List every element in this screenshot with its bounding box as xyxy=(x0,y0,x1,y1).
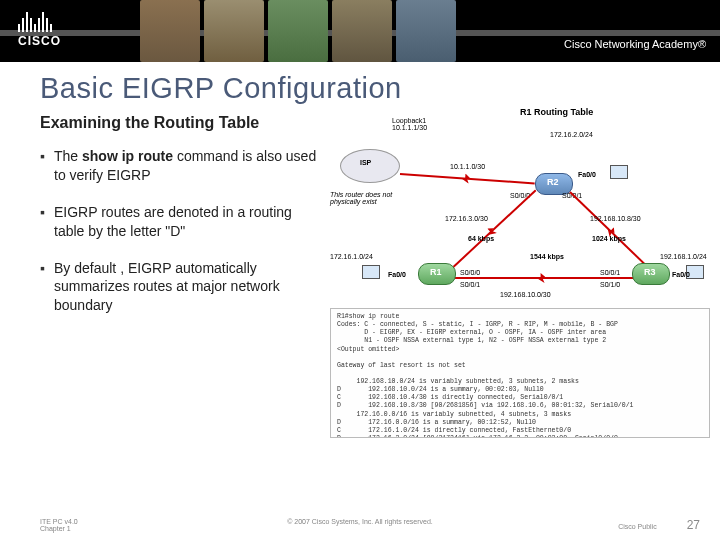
iface-label: S0/0/1 xyxy=(460,281,480,288)
footer-left: ITE PC v4.0 Chapter 1 xyxy=(40,518,78,532)
net-label: 172.16.2.0/24 xyxy=(550,131,593,138)
iface-label: Fa0/0 xyxy=(578,171,596,178)
iface-label: S0/0/0 xyxy=(460,269,480,276)
slide-subtitle: Examining the Routing Table xyxy=(40,113,320,133)
cli-routes: 192.168.10.0/24 is variably subnetted, 3… xyxy=(337,378,633,438)
cli-prompt: R1#show ip route xyxy=(337,313,399,320)
bullet-item: ▪ EIGRP routes are denoted in a routing … xyxy=(40,203,320,241)
bullet-mark-icon: ▪ xyxy=(40,259,54,316)
isp-note: This router does not physically exist xyxy=(330,191,392,205)
cloud-icon xyxy=(340,149,400,183)
net-label: 172.16.3.0/30 xyxy=(445,215,488,222)
pc-icon xyxy=(610,165,628,179)
net-label: 172.16.1.0/24 xyxy=(330,253,373,260)
r1-label: R1 xyxy=(430,267,442,277)
slide-header: CISCO Cisco Networking Academy® xyxy=(0,0,720,62)
slide-title: Basic EIGRP Configuration xyxy=(0,62,720,105)
cisco-logo-text: CISCO xyxy=(18,34,61,48)
bullet-mark-icon: ▪ xyxy=(40,203,54,241)
iface-label: Fa0/0 xyxy=(672,271,690,278)
net-label: 192.168.1.0/24 xyxy=(660,253,707,260)
academy-label: Cisco Networking Academy® xyxy=(564,38,706,50)
bullet-mark-icon: ▪ xyxy=(40,147,54,185)
footer-copyright: © 2007 Cisco Systems, Inc. All rights re… xyxy=(287,518,433,525)
cisco-bars-icon xyxy=(18,8,61,32)
iface-label: S0/1/0 xyxy=(600,281,620,288)
loopback-label: Loopback1 10.1.1.1/30 xyxy=(392,117,427,131)
right-column: R1 Routing Table Loopback1 10.1.1.1/30 1… xyxy=(330,113,710,438)
left-column: Examining the Routing Table ▪ The show i… xyxy=(40,113,320,438)
r3-label: R3 xyxy=(644,267,656,277)
link-line xyxy=(450,277,640,279)
cisco-logo: CISCO xyxy=(18,8,61,48)
iface-label: Fa0/0 xyxy=(388,271,406,278)
page-number: 27 xyxy=(687,518,700,532)
net-label: 10.1.1.0/30 xyxy=(450,163,485,170)
content-area: Examining the Routing Table ▪ The show i… xyxy=(0,105,720,438)
net-label: 192.168.10.8/30 xyxy=(590,215,641,222)
net-label: 192.168.10.0/30 xyxy=(500,291,551,298)
header-faces xyxy=(140,0,456,62)
bw-label: 1024 kbps xyxy=(592,235,626,242)
isp-label: ISP xyxy=(360,159,371,166)
link-line xyxy=(569,191,653,272)
cli-output: R1#show ip route Codes: C - connected, S… xyxy=(330,308,710,438)
network-diagram: R1 Routing Table Loopback1 10.1.1.1/30 1… xyxy=(330,113,710,308)
pc-icon xyxy=(362,265,380,279)
r2-label: R2 xyxy=(547,177,559,187)
bullet-item: ▪ The show ip route command is also used… xyxy=(40,147,320,185)
bw-label: 64 kbps xyxy=(468,235,494,242)
bullet-item: ▪ By default , EIGRP automatically summa… xyxy=(40,259,320,316)
bullet-pre: The xyxy=(54,148,82,164)
diagram-title: R1 Routing Table xyxy=(520,107,593,117)
bullet-text: By default , EIGRP automatically summari… xyxy=(54,259,320,316)
bw-label: 1544 kbps xyxy=(530,253,564,260)
iface-label: S0/0/1 xyxy=(600,269,620,276)
bullet-text: The show ip route command is also used t… xyxy=(54,147,320,185)
bullet-text: EIGRP routes are denoted in a routing ta… xyxy=(54,203,320,241)
cli-codes: Codes: C - connected, S - static, I - IG… xyxy=(337,321,618,369)
bullet-bold: show ip route xyxy=(82,148,173,164)
link-line xyxy=(400,173,535,184)
footer-right: Cisco Public xyxy=(618,523,657,530)
link-line xyxy=(447,189,536,272)
slide-footer: ITE PC v4.0 Chapter 1 © 2007 Cisco Syste… xyxy=(0,518,720,532)
